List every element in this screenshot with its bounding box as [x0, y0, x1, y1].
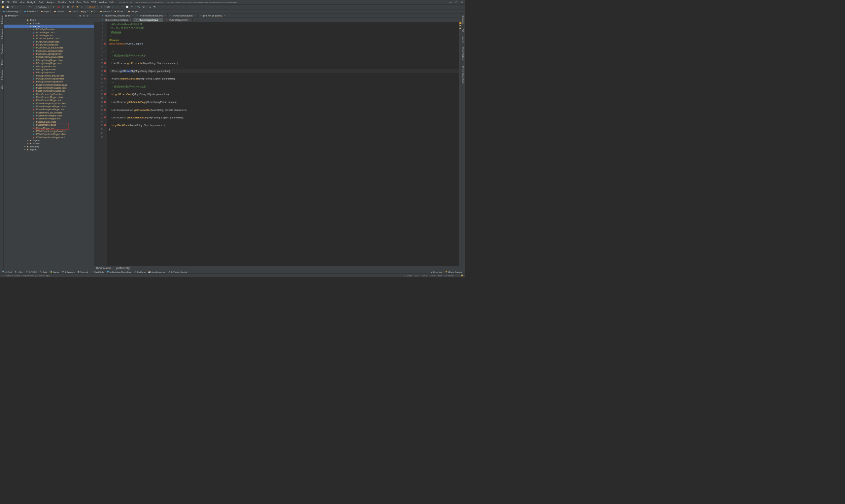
code-line[interactable]: int getBackCount(Map<String, Object> par… — [109, 123, 459, 127]
tree-node[interactable]: ▶🖿domain — [4, 21, 94, 24]
implementation-icon[interactable] — [104, 93, 107, 96]
fold-icon[interactable] — [104, 53, 107, 57]
fold-gutter[interactable]: ⊟⊟⊟⊟⊟⊟ — [104, 22, 107, 266]
close-tab-icon[interactable]: × — [224, 14, 225, 17]
breadcrumb-class[interactable]: IffUsersMapper — [96, 267, 111, 269]
breadcrumb-item[interactable]: 🖿com — [67, 10, 77, 13]
implementation-icon[interactable] — [104, 109, 107, 111]
locate-icon[interactable]: ⊕ — [79, 14, 82, 17]
code-line[interactable]: List<IffUsers> getIffUserListPage(IffUse… — [109, 100, 459, 104]
forward-icon[interactable]: → — [22, 6, 25, 8]
menu-edit[interactable]: Edit — [12, 1, 18, 4]
fold-icon[interactable] — [104, 30, 107, 34]
tree-node[interactable]: ◆IffGroupMemberMapper.class — [4, 77, 94, 80]
fold-icon[interactable] — [104, 46, 107, 50]
status-encoding[interactable]: UTF-8 — [430, 274, 435, 277]
code-line[interactable] — [109, 112, 459, 116]
tree-node[interactable]: ◆IffUsersMapper.class — [4, 123, 94, 126]
fold-icon[interactable] — [104, 84, 107, 88]
expand-icon[interactable]: ▶ — [27, 140, 29, 142]
minimize-button[interactable]: — — [449, 1, 452, 4]
code-line[interactable]: } — [109, 127, 459, 131]
menu-file[interactable]: File — [6, 1, 12, 4]
editor-tab[interactable]: ●IffUsersService.java× — [168, 14, 197, 18]
jrebel-run-icon[interactable]: ⚡ — [76, 6, 79, 8]
jrebel-combo[interactable]: JRebel ▾ — [87, 5, 98, 8]
git-history-icon[interactable]: 🕐 — [126, 6, 129, 8]
memory-icon[interactable]: ⧉ — [457, 274, 458, 277]
tree-node[interactable]: ●IffUsersFriendJpaDao.class — [4, 111, 94, 114]
fold-icon[interactable] — [104, 104, 107, 108]
tree-node[interactable]: ◆IffGroupHistoryMapper.xml — [4, 62, 94, 65]
back-icon[interactable]: ← — [17, 6, 20, 8]
tree-node[interactable]: ◆IffUserResumeMapper.xml — [4, 98, 94, 102]
tree-node[interactable]: ◆IffUserFriendReplyMapper.class — [4, 86, 94, 89]
tree-node[interactable]: ◆IffUsersFriendMapper.xml — [4, 117, 94, 120]
close-tab-icon[interactable]: × — [164, 14, 166, 17]
editor-tab[interactable]: ●IffUsersMapper.xml× — [163, 18, 193, 22]
expand-icon[interactable]: ▶ — [27, 143, 29, 144]
code-line[interactable]: * 根据条件获取所有IffUsers总数 — [109, 85, 459, 88]
editor-tab[interactable]: ●IffTecentIMService.java× — [135, 14, 168, 18]
stop-icon[interactable]: ■ — [81, 6, 84, 8]
fold-icon[interactable] — [104, 134, 107, 139]
right-tab-ant[interactable]: Ant — [461, 28, 464, 33]
tree-node[interactable]: ●IffConsumeLogJpaDao.class — [4, 46, 94, 49]
tree-node[interactable]: ◆IffChatUserMapper.xml — [4, 43, 94, 46]
breadcrumb-method[interactable]: getIffUserObj() — [116, 267, 130, 269]
left-tab-web[interactable]: Web — [0, 84, 3, 90]
status-line-sep[interactable]: CRLF — [422, 274, 427, 277]
bottom-tab-8--services[interactable]: ⚙8: Services — [61, 270, 75, 273]
tree-node[interactable]: ◆IffUsersEnterpriseMapper.class — [4, 105, 94, 108]
code-line[interactable] — [109, 73, 459, 77]
status-git[interactable]: Git: master — [445, 274, 455, 277]
menu-navigate[interactable]: Navigate — [26, 1, 37, 4]
breadcrumb-item[interactable]: 🖿iffcore — [113, 10, 124, 13]
tree-node[interactable]: ●IffWorkExperienceJpaDao.class — [4, 130, 94, 132]
code-line[interactable]: List<IffUsers> getIffUsersList(Map<Strin… — [109, 61, 459, 65]
menu-vcs[interactable]: VCS — [90, 1, 97, 4]
implementation-icon[interactable] — [104, 42, 107, 45]
breadcrumb-item[interactable]: 🖿iff — [89, 10, 96, 13]
code-line[interactable]: public interface IffUsersMapper { — [109, 42, 459, 46]
tree-node[interactable]: ◆IffUserResumeMapper.class — [4, 96, 94, 98]
tree-node[interactable]: ●IffUserFriendReplyJpaDao.class — [4, 83, 94, 86]
code-line[interactable]: IffUsers checkIfUserExists(Map<String, O… — [109, 77, 459, 81]
menu-run[interactable]: Run — [75, 1, 82, 4]
tree-node[interactable]: ◆IffChatMapper.class — [4, 31, 94, 34]
breadcrumb-item[interactable]: 🖿service — [99, 10, 110, 13]
bottom-tab-9--version-control[interactable]: ⎇9: Version Control — [167, 270, 188, 273]
code-line[interactable] — [109, 131, 459, 135]
tree-node[interactable]: ◆IffConsumeLogMapper.class — [4, 50, 94, 52]
editor-tab[interactable]: ●IffUsersMapper.java× — [133, 18, 163, 22]
code-line[interactable]: int getIffUsersCount(Map<String, Object>… — [109, 92, 459, 96]
code-line[interactable]: List<IffUsers> getIffUsersBackList(Map<S… — [109, 116, 459, 120]
left-tab-1--project[interactable]: 1: Project — [0, 14, 3, 25]
close-button[interactable]: ✕ — [461, 1, 463, 4]
tree-node[interactable]: ●IffChatUserJpaDao.class — [4, 37, 94, 40]
tree-node[interactable]: ●IffChatJpaDao.class — [4, 28, 94, 31]
tree-node[interactable]: ◆IffGroupMapper.xml — [4, 71, 94, 74]
tree-node[interactable]: ●IffGroupJpaDao.class — [4, 65, 94, 68]
tree-node[interactable]: ◆IffConsumeLogMapper.xml — [4, 52, 94, 55]
implementation-icon[interactable] — [104, 70, 107, 72]
bottom-tab-jrebel-console[interactable]: ⚡JRebel Console — [444, 270, 463, 273]
open-icon[interactable]: 📂 — [1, 6, 4, 8]
left-tab-2--favorites[interactable]: 2: Favorites — [0, 68, 3, 82]
breadcrumb-item[interactable]: 🖿pg — [79, 10, 87, 13]
fold-icon[interactable] — [104, 131, 107, 135]
build-icon[interactable]: 🔨 — [29, 6, 32, 8]
code-line[interactable] — [109, 46, 459, 50]
tree-node[interactable]: ●IffGroupMemberJpaDao.class — [4, 74, 94, 77]
hide-icon[interactable]: — — [90, 14, 92, 17]
implementation-icon[interactable] — [104, 77, 107, 80]
git-commit-icon[interactable]: ✓ — [116, 6, 119, 8]
tree-node[interactable]: ◆IffUsersEnterpriseMapper.xml — [4, 108, 94, 111]
tree-node[interactable]: ●IffGroupHistoryJpaDao.class — [4, 55, 94, 58]
code-line[interactable] — [109, 120, 459, 123]
implementation-icon[interactable] — [104, 124, 107, 127]
profile-icon[interactable]: ⊙ — [66, 6, 69, 8]
bottom-tab-spring[interactable]: 🍃Spring — [49, 270, 60, 273]
menu-build[interactable]: Build — [68, 1, 75, 4]
right-tab-jrebel-setup-guide[interactable]: JRebel Setup Guide — [461, 64, 464, 85]
